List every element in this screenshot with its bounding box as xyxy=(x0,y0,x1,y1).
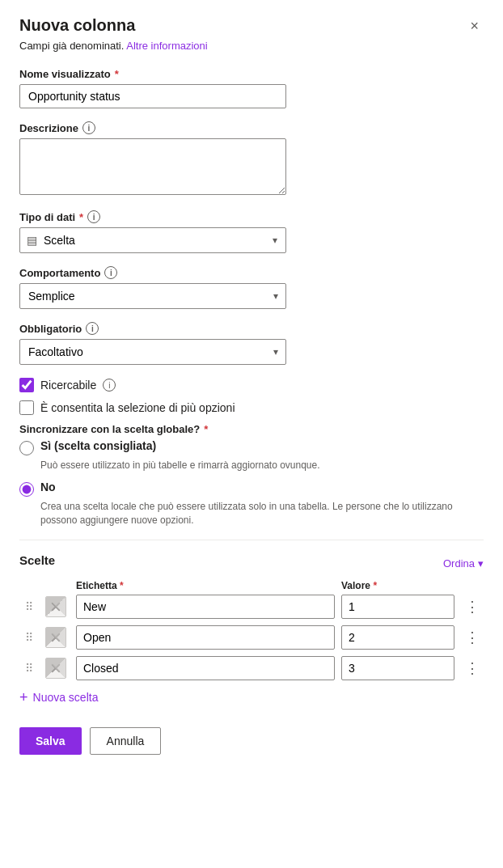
sincronizza-group: Sincronizzare con la scelta globale? * S… xyxy=(19,423,484,527)
choice-more-button-0[interactable]: ⋮ xyxy=(461,596,484,617)
obbligatorio-field-group: Obbligatorio i Facoltativo ▾ xyxy=(19,322,484,365)
choice-more-button-1[interactable]: ⋮ xyxy=(461,627,484,648)
add-icon: + xyxy=(19,690,28,705)
add-choice-button[interactable]: + Nuova scelta xyxy=(19,687,98,708)
drag-handle-0[interactable]: ⠿ xyxy=(19,600,39,613)
no-label[interactable]: No xyxy=(40,481,56,493)
descrizione-info-icon: i xyxy=(82,121,95,134)
si-radio[interactable] xyxy=(19,441,34,455)
ricercabile-label[interactable]: Ricercabile xyxy=(40,379,96,392)
nuova-colonna-panel: Nuova colonna × Campi già denominati. Al… xyxy=(0,0,503,774)
cancel-button[interactable]: Annulla xyxy=(90,727,162,755)
scelte-section: Scelte Ordina ▾ Etichetta * Valore * ⠿ xyxy=(19,540,484,708)
ordina-button[interactable]: Ordina ▾ xyxy=(443,557,484,569)
altre-informazioni-link[interactable]: Altre informazioni xyxy=(126,40,207,52)
tipo-prefix-icon: ▤ xyxy=(20,234,44,247)
ricercabile-checkbox[interactable] xyxy=(19,378,34,392)
obbligatorio-label: Obbligatorio i xyxy=(19,322,484,335)
comportamento-info-icon: i xyxy=(104,266,117,279)
flag-icon-0[interactable] xyxy=(45,596,66,617)
nome-input[interactable] xyxy=(19,84,286,108)
selezione-checkbox[interactable] xyxy=(19,400,34,415)
subtitle: Campi già denominati. Altre informazioni xyxy=(19,40,484,52)
selezione-label[interactable]: È consentita la selezione di più opzioni xyxy=(40,401,235,414)
si-label[interactable]: Sì (scelta consigliata) xyxy=(40,439,156,452)
table-header: Etichetta * Valore * xyxy=(19,580,484,595)
tipo-select[interactable]: Scelta xyxy=(44,228,285,252)
etichetta-col-header: Etichetta * xyxy=(76,580,335,591)
selezione-row: È consentita la selezione di più opzioni xyxy=(19,400,484,415)
drag-handle-2[interactable]: ⠿ xyxy=(19,662,39,675)
choice-label-input-2[interactable] xyxy=(76,656,335,680)
radio-group: Sì (scelta consigliata) Può essere utili… xyxy=(19,439,484,527)
table-row: ⠿ ⋮ xyxy=(19,625,484,650)
choice-label-input-0[interactable] xyxy=(76,595,335,619)
tipo-select-wrapper: ▤ Scelta ▾ xyxy=(19,227,286,253)
no-description: Crea una scelta locale che può essere ut… xyxy=(40,500,484,527)
obbligatorio-select-wrapper: Facoltativo ▾ xyxy=(19,339,286,365)
close-button[interactable]: × xyxy=(465,16,484,36)
descrizione-label: Descrizione i xyxy=(19,121,484,134)
panel-header: Nuova colonna × xyxy=(19,16,484,36)
table-row: ⠿ ⋮ xyxy=(19,595,484,619)
obbligatorio-select[interactable]: Facoltativo xyxy=(19,339,286,365)
choice-label-input-1[interactable] xyxy=(76,625,335,650)
comportamento-select[interactable]: Semplice xyxy=(19,283,286,309)
si-radio-row: Sì (scelta consigliata) xyxy=(19,439,484,455)
tipo-field-group: Tipo di dati * i ▤ Scelta ▾ xyxy=(19,210,484,253)
no-radio[interactable] xyxy=(19,482,34,497)
ordina-chevron-icon: ▾ xyxy=(478,557,484,569)
scelte-title: Scelte xyxy=(19,553,55,567)
choice-more-button-2[interactable]: ⋮ xyxy=(461,658,484,679)
ricercabile-row: Ricercabile i xyxy=(19,378,484,392)
sincronizza-label: Sincronizzare con la scelta globale? * xyxy=(19,423,484,435)
nome-label: Nome visualizzato * xyxy=(19,68,484,80)
descrizione-field-group: Descrizione i xyxy=(19,121,484,197)
choice-value-input-2[interactable] xyxy=(341,656,454,680)
nome-field-group: Nome visualizzato * xyxy=(19,68,484,108)
panel-title: Nuova colonna xyxy=(19,16,135,35)
ricercabile-info-icon: i xyxy=(103,379,116,392)
si-description: Può essere utilizzato in più tabelle e r… xyxy=(40,459,484,472)
tipo-info-icon: i xyxy=(87,210,100,223)
footer: Salva Annulla xyxy=(19,727,484,755)
tipo-label: Tipo di dati * i xyxy=(19,210,484,223)
choice-value-input-1[interactable] xyxy=(341,625,454,650)
choice-rows-container: ⠿ ⋮ ⠿ ⋮ ⠿ ⋮ xyxy=(19,595,484,680)
obbligatorio-info-icon: i xyxy=(86,322,99,335)
comportamento-select-wrapper: Semplice ▾ xyxy=(19,283,286,309)
valore-col-header: Valore * xyxy=(341,580,454,591)
flag-icon-1[interactable] xyxy=(45,627,66,648)
save-button[interactable]: Salva xyxy=(19,727,82,755)
comportamento-label: Comportamento i xyxy=(19,266,484,279)
drag-handle-1[interactable]: ⠿ xyxy=(19,631,39,644)
table-row: ⠿ ⋮ xyxy=(19,656,484,680)
comportamento-field-group: Comportamento i Semplice ▾ xyxy=(19,266,484,309)
descrizione-input[interactable] xyxy=(19,138,286,195)
no-radio-row: No xyxy=(19,481,484,497)
flag-icon-2[interactable] xyxy=(45,658,66,679)
scelte-header: Scelte Ordina ▾ xyxy=(19,553,484,574)
choice-value-input-0[interactable] xyxy=(341,595,454,619)
